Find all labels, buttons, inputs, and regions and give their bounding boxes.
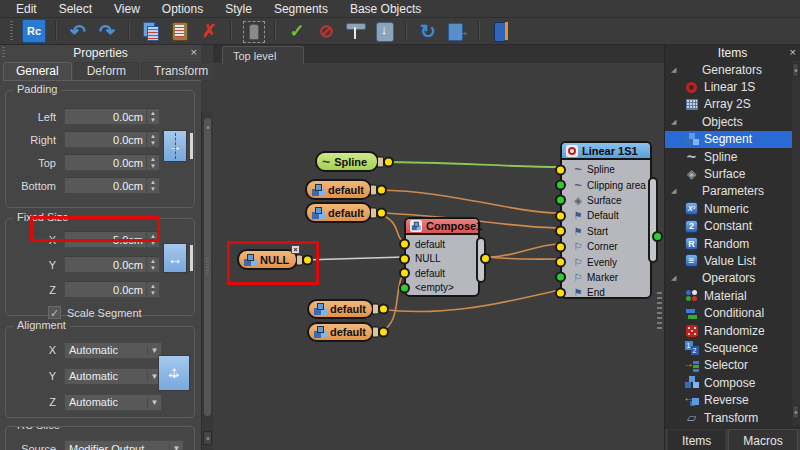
alignment-dropdown[interactable]: Automatic ▼ — [64, 394, 162, 411]
menu-select[interactable]: Select — [49, 1, 102, 17]
tab-deform[interactable]: Deform — [74, 62, 139, 80]
menu-options[interactable]: Options — [152, 1, 213, 17]
spinner[interactable]: ▲▼ — [146, 155, 159, 170]
collapse-box-icon[interactable] — [372, 19, 396, 43]
node-compose1[interactable]: Compose1 default NULL — [404, 217, 480, 297]
input-port[interactable] — [555, 164, 566, 175]
tree-item-compose[interactable]: Compose — [665, 374, 792, 391]
spinner[interactable]: ▲▼ — [146, 257, 159, 272]
export-icon[interactable] — [445, 19, 469, 43]
expander-icon[interactable] — [671, 187, 681, 195]
tree-item-random[interactable]: Random — [665, 235, 792, 252]
value-input[interactable]: 0.0cm ▲▼ — [64, 177, 160, 194]
rc-slice-source-dropdown[interactable]: Modifier Output ▼ — [64, 440, 184, 450]
output-port[interactable] — [378, 304, 389, 315]
output-port[interactable] — [378, 327, 389, 338]
menu-style[interactable]: Style — [215, 1, 262, 17]
panel-splitter-handle[interactable] — [657, 292, 662, 330]
segment-box-icon[interactable] — [241, 19, 265, 43]
value-input[interactable]: 0.0cm ▲▼ — [64, 108, 160, 125]
padding-direction-icon[interactable]: → — [163, 130, 187, 162]
apply-check-icon[interactable] — [285, 19, 309, 43]
node-default-2[interactable]: default — [305, 202, 372, 223]
close-icon[interactable]: × — [191, 46, 197, 58]
paste-icon[interactable] — [168, 19, 192, 43]
compose-node-header[interactable]: Compose1 — [406, 219, 478, 235]
tree-item-linear-1s[interactable]: Linear 1S — [665, 78, 792, 95]
node-spline[interactable]: ~ Spline — [315, 151, 379, 172]
input-port[interactable] — [399, 282, 410, 293]
tree-group-parameters[interactable]: Parameters — [665, 183, 792, 200]
tree-item-constant[interactable]: Constant — [665, 218, 792, 235]
input-port[interactable] — [555, 287, 566, 298]
node-resize-handle[interactable] — [648, 177, 658, 263]
tab-general[interactable]: General — [3, 62, 72, 80]
input-port[interactable] — [399, 239, 410, 250]
editor-tab-top-level[interactable]: Top level — [222, 46, 304, 64]
node-default-4[interactable]: default — [307, 322, 374, 342]
input-port[interactable] — [399, 268, 410, 279]
spinner[interactable]: ▲▼ — [146, 178, 159, 193]
tree-group-generators[interactable]: Generators — [665, 61, 792, 78]
discard-icon[interactable] — [314, 19, 338, 43]
menu-segments[interactable]: Segments — [264, 1, 338, 17]
items-tab[interactable]: Items — [667, 429, 726, 450]
linear-node-header[interactable]: Linear 1S1 — [562, 143, 650, 160]
input-port[interactable] — [555, 210, 566, 221]
scale-segment-checkbox[interactable]: ✓ — [48, 306, 61, 319]
expander-icon[interactable] — [671, 66, 681, 74]
items-scrollbar-top-handle[interactable] — [792, 63, 799, 77]
panel-collapse-handle[interactable] — [203, 431, 212, 445]
tree-item-value-list[interactable]: Value List — [665, 252, 792, 269]
tree-group-operators[interactable]: Operators — [665, 270, 792, 287]
tree-item-surface[interactable]: Surface — [665, 165, 792, 182]
tree-item-reverse[interactable]: Reverse — [665, 391, 792, 408]
input-port[interactable] — [555, 257, 566, 268]
spinner[interactable]: ▲▼ — [146, 132, 159, 147]
expander-icon[interactable] — [671, 274, 681, 282]
copy-icon[interactable] — [139, 19, 163, 43]
node-default-1[interactable]: default — [305, 179, 372, 200]
fixed-size-axis-icon[interactable]: ↔ — [163, 243, 187, 273]
tree-item-array-2s[interactable]: Array 2S — [665, 96, 792, 113]
value-input[interactable]: 0.0cm ▲▼ — [64, 131, 160, 148]
alignment-dropdown[interactable]: Automatic ▼ — [64, 342, 162, 359]
output-port[interactable] — [376, 184, 387, 195]
tree-item-segment[interactable]: Segment — [665, 131, 792, 148]
expander-icon[interactable] — [671, 118, 681, 126]
redo-icon[interactable] — [95, 19, 119, 43]
tree-item-spline[interactable]: Spline — [665, 148, 792, 165]
input-port[interactable] — [399, 253, 410, 264]
input-port[interactable] — [555, 272, 566, 283]
linear-output-port[interactable] — [652, 231, 663, 242]
tree-item-conditional[interactable]: Conditional — [665, 304, 792, 321]
tree-item-numeric[interactable]: Numeric — [665, 200, 792, 217]
menu-view[interactable]: View — [104, 1, 150, 17]
tree-item-randomize[interactable]: Randomize — [665, 322, 792, 339]
input-port[interactable] — [555, 195, 566, 206]
menu-base-objects[interactable]: Base Objects — [340, 1, 431, 17]
pin-top-icon[interactable] — [343, 19, 367, 43]
compose-output-port[interactable] — [480, 253, 491, 264]
undo-icon[interactable] — [66, 19, 90, 43]
alignment-dropdown[interactable]: Automatic ▼ — [64, 368, 162, 385]
input-port[interactable] — [555, 241, 566, 252]
tree-item-selector[interactable]: Selector — [665, 357, 792, 374]
input-port[interactable] — [555, 180, 566, 191]
node-linear-1s1[interactable]: Linear 1S1 Spline Clipping area — [560, 141, 652, 299]
items-scrollbar-bottom-handle[interactable] — [792, 405, 799, 419]
tab-transform[interactable]: Transform — [141, 62, 221, 80]
menu-edit[interactable]: Edit — [6, 1, 47, 17]
output-port[interactable] — [383, 156, 394, 167]
alignment-arrows-icon[interactable]: ↔ ↕ — [158, 355, 190, 391]
delete-icon[interactable] — [197, 19, 221, 43]
node-default-3[interactable]: default — [307, 299, 374, 319]
value-input[interactable]: 0.0cm ▲▼ — [64, 154, 160, 171]
tree-item-sequence[interactable]: Sequence — [665, 339, 792, 356]
spinner[interactable]: ▲▼ — [146, 109, 159, 124]
refresh-icon[interactable] — [416, 19, 440, 43]
output-port[interactable] — [376, 207, 387, 218]
tree-group-objects[interactable]: Objects — [665, 113, 792, 130]
input-port[interactable] — [555, 226, 566, 237]
properties-scrollbar-thumb[interactable] — [204, 118, 211, 416]
